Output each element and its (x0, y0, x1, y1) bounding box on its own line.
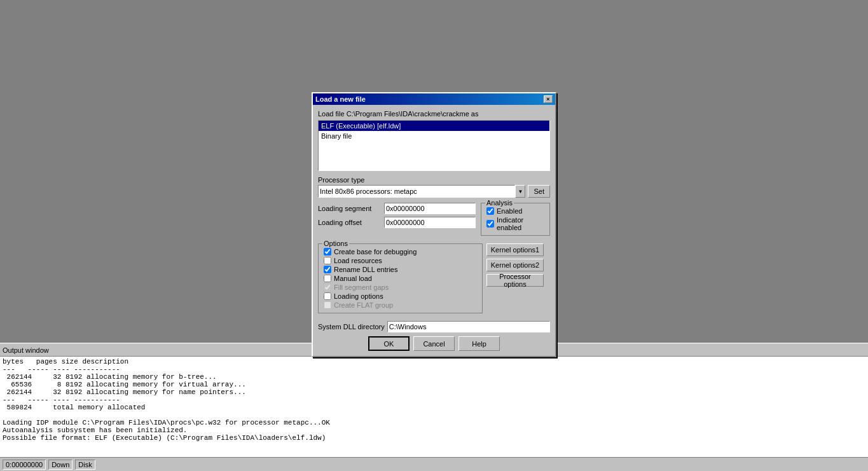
status-bar: 0:00000000 Down Disk (0, 457, 868, 471)
option-label-4: Fill segment gaps (334, 283, 389, 291)
loading-offset-label: Loading offset (318, 219, 382, 226)
option-checkbox-5[interactable] (324, 292, 331, 300)
option-label-3: Manual load (334, 275, 372, 282)
option-row-6: Create FLAT group (324, 301, 477, 309)
option-label-1: Load resources (334, 257, 382, 264)
option-checkbox-2[interactable] (324, 266, 331, 273)
cancel-button[interactable]: Cancel (413, 336, 455, 351)
status-address: 0:00000000 (3, 460, 46, 470)
processor-dropdown-wrap: Intel 80x86 processors: metapc ▼ (318, 185, 525, 198)
loading-segment-label: Loading segment (318, 205, 382, 212)
analysis-enabled-row: Enabled (486, 207, 544, 215)
ok-button[interactable]: OK (368, 336, 410, 351)
output-window-title: Output window (3, 346, 49, 354)
option-row-5: Loading options (324, 292, 477, 300)
option-checkbox-4[interactable] (324, 283, 331, 291)
option-row-2: Rename DLL entries (324, 266, 477, 273)
set-processor-button[interactable]: Set (528, 185, 550, 198)
processor-type-row: Intel 80x86 processors: metapc ▼ Set (318, 185, 550, 198)
file-option-elf[interactable]: ELF (Executable) [elf.ldw] (319, 121, 549, 131)
dialog-close-button[interactable]: × (544, 95, 553, 103)
option-row-0: Create base for debugging (324, 248, 477, 256)
middle-section: Loading segment Loading offset Analysis … (318, 203, 550, 240)
option-label-6: Create FLAT group (334, 301, 393, 309)
option-row-1: Load resources (324, 257, 477, 264)
lower-section: Options Create base for debugging Load r… (318, 243, 550, 317)
processor-options-button[interactable]: Processor options (486, 274, 544, 287)
help-button[interactable]: Help (458, 336, 500, 351)
dll-directory-row: System DLL directory (318, 321, 550, 332)
dll-dir-label: System DLL directory (318, 323, 385, 331)
processor-dropdown-button[interactable]: ▼ (515, 185, 525, 198)
analysis-enabled-label: Enabled (497, 207, 522, 215)
kernel-options1-button[interactable]: Kernel options1 (486, 243, 544, 256)
side-buttons-group: Kernel options1 Kernel options2 Processo… (486, 243, 550, 317)
loading-offset-input[interactable] (384, 217, 476, 228)
option-label-0: Create base for debugging (334, 248, 417, 256)
dialog-bottom-buttons: OK Cancel Help (318, 336, 550, 351)
processor-type-label: Processor type (318, 176, 550, 184)
loading-offset-row: Loading offset (318, 217, 476, 228)
file-option-binary[interactable]: Binary file (319, 131, 549, 141)
load-file-dialog: Load a new file × Load file C:\Program F… (312, 92, 556, 357)
option-checkbox-1[interactable] (324, 257, 331, 264)
analysis-group: Analysis Enabled Indicator enabled (481, 203, 550, 236)
analysis-indicator-checkbox[interactable] (486, 220, 494, 228)
option-checkbox-3[interactable] (324, 275, 331, 282)
analysis-enabled-checkbox[interactable] (486, 207, 494, 215)
loading-segment-row: Loading segment (318, 203, 476, 214)
analysis-indicator-row: Indicator enabled (486, 216, 544, 231)
loading-segment-input[interactable] (384, 203, 476, 214)
option-label-5: Loading options (334, 292, 383, 300)
option-checkbox-0[interactable] (324, 248, 331, 256)
loading-fields: Loading segment Loading offset (318, 203, 476, 240)
dll-dir-input[interactable] (387, 321, 550, 332)
dialog-body: Load file C:\Program Files\IDA\crackme\c… (313, 105, 555, 356)
file-type-list[interactable]: ELF (Executable) [elf.ldw] Binary file (318, 120, 550, 171)
options-group: Options Create base for debugging Load r… (318, 243, 483, 313)
dialog-title-bar: Load a new file × (313, 93, 555, 105)
option-label-2: Rename DLL entries (334, 266, 397, 273)
option-row-4: Fill segment gaps (324, 283, 477, 291)
dialog-title-text: Load a new file (315, 95, 366, 103)
status-mode: Down (48, 460, 72, 470)
analysis-group-title: Analysis (485, 199, 514, 207)
option-row-3: Manual load (324, 275, 477, 282)
load-file-label: Load file C:\Program Files\IDA\crackme\c… (318, 110, 550, 118)
option-checkbox-6[interactable] (324, 301, 331, 309)
options-group-title: Options (322, 240, 349, 247)
output-window: Output window bytes pages size descripti… (0, 343, 868, 457)
output-content: bytes pages size description --- ----- -… (0, 357, 868, 457)
status-disk: Disk (75, 460, 95, 470)
kernel-options2-button[interactable]: Kernel options2 (486, 259, 544, 271)
analysis-indicator-label: Indicator enabled (497, 216, 544, 231)
processor-type-display[interactable]: Intel 80x86 processors: metapc (318, 185, 515, 198)
